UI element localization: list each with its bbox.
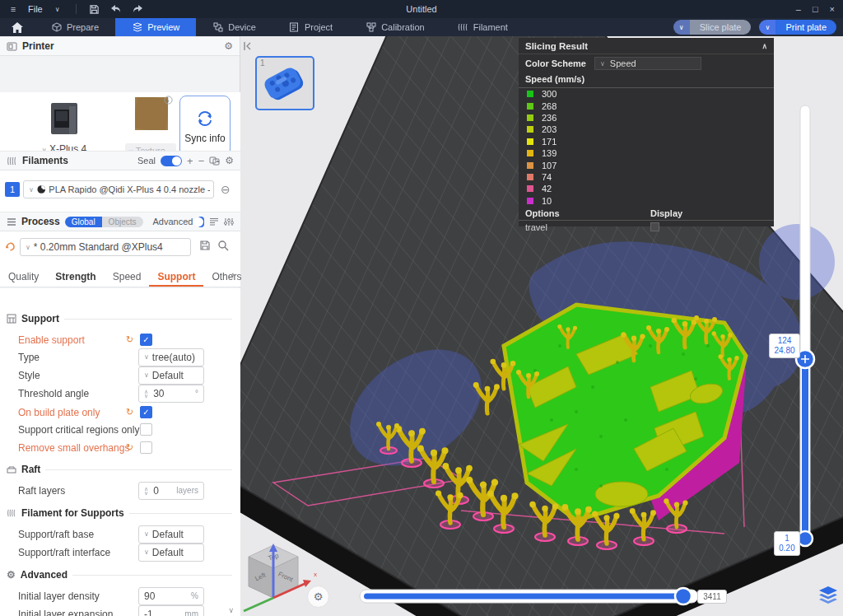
support-type-select[interactable]: ∨tree(auto) xyxy=(138,348,204,366)
layer-top-tooltip: 124 24.80 xyxy=(769,334,800,358)
tab-filament[interactable]: Filament xyxy=(441,18,524,36)
raft-layers-row: Raft layers ∧∨ 0 layers xyxy=(0,482,240,499)
slice-dropdown-icon[interactable]: ∨ xyxy=(673,20,690,35)
revert-icon[interactable]: ↻ xyxy=(126,408,133,417)
plate-thumbnail[interactable]: 1 xyxy=(255,56,314,110)
filament-card: 1 ∨ PLA Rapido @Qidi X-Plus 4 0.4 nozzle… xyxy=(0,170,240,212)
initial-layer-expansion-input[interactable]: -1mm xyxy=(138,605,204,616)
support-raft-interface-select[interactable]: ∨Default xyxy=(138,544,204,562)
print-plate-button[interactable]: ∨ Print plate xyxy=(759,20,836,35)
tab-others[interactable]: Others xyxy=(203,271,249,282)
undo-icon[interactable] xyxy=(109,3,123,15)
scroll-down-icon[interactable]: ∨ xyxy=(228,606,234,614)
enable-support-checkbox[interactable]: ✓ xyxy=(140,334,152,346)
legend-swatch xyxy=(527,162,533,169)
legend-item: 236 xyxy=(519,112,774,124)
color-scheme-select[interactable]: ∨ Speed xyxy=(594,57,701,70)
raft-section-header: Raft xyxy=(7,464,232,475)
initial-layer-density-input[interactable]: 90% xyxy=(138,587,204,605)
critical-regions-checkbox[interactable] xyxy=(140,423,152,436)
print-dropdown-icon[interactable]: ∨ xyxy=(759,20,775,35)
chevron-down-icon[interactable]: ∨ xyxy=(51,3,64,15)
revert-icon[interactable]: ↻ xyxy=(126,335,133,344)
sync-refresh-icon xyxy=(196,111,214,126)
spinner-arrows[interactable]: ∧∨ xyxy=(144,390,148,398)
plate-settings-button[interactable]: ⚙ xyxy=(307,586,329,608)
filament-preset-select[interactable]: ∨ PLA Rapido @Qidi X-Plus 4 0.4 nozzle -… xyxy=(23,180,214,198)
raft-section-icon xyxy=(7,465,16,474)
scroll-up-icon[interactable]: ∧ xyxy=(230,271,235,279)
plate-texture-thumb[interactable] xyxy=(130,97,173,143)
tab-speed[interactable]: Speed xyxy=(105,271,150,282)
scope-objects-button[interactable]: Objects xyxy=(102,217,143,227)
hamburger-menu-icon[interactable]: ≡ xyxy=(7,3,20,15)
filament-supports-header: Filament for Supports xyxy=(7,507,232,519)
tab-support[interactable]: Support xyxy=(149,267,203,287)
legend-item: 107 xyxy=(519,159,774,170)
revert-icon[interactable]: ↻ xyxy=(126,443,133,452)
redo-icon[interactable] xyxy=(131,3,144,15)
legend-swatch xyxy=(527,138,533,145)
tab-strength[interactable]: Strength xyxy=(47,271,104,282)
printer-image[interactable] xyxy=(5,96,123,143)
process-preset-select[interactable]: ∨* 0.20mm Standard @XPlus4 xyxy=(20,238,191,256)
raft-layers-input[interactable]: ∧∨ 0 layers xyxy=(138,482,204,500)
tab-project[interactable]: Project xyxy=(272,18,349,36)
filament-swap-icon[interactable] xyxy=(209,156,220,166)
advanced-toggle[interactable] xyxy=(198,217,204,227)
support-raft-base-select[interactable]: ∨Default xyxy=(138,525,204,544)
texture-info-icon[interactable] xyxy=(164,96,173,105)
calibration-icon xyxy=(366,22,376,33)
tab-calibration[interactable]: Calibration xyxy=(349,18,441,36)
scope-global-button[interactable]: Global xyxy=(65,217,102,227)
slicing-result-title: Slicing Result xyxy=(525,41,588,51)
tab-preview[interactable]: Preview xyxy=(115,18,196,36)
support-raft-base-row: Support/raft base ∨Default xyxy=(0,525,240,543)
seal-toggle[interactable] xyxy=(161,156,182,166)
tab-device[interactable]: Device xyxy=(196,18,272,36)
remove-overhangs-row: Remove small overhangs ↻ xyxy=(0,439,240,456)
tab-prepare[interactable]: Prepare xyxy=(35,18,115,36)
legend-item: 74 xyxy=(519,171,774,183)
support-raft-interface-row: Support/raft interface ∨Default xyxy=(0,544,240,561)
remove-overhangs-checkbox[interactable] xyxy=(140,441,152,454)
step-slider[interactable] xyxy=(360,588,698,604)
threshold-angle-input[interactable]: ∧∨ 30 ° xyxy=(138,385,204,403)
tab-quality[interactable]: Quality xyxy=(0,271,47,282)
printer-settings-gear-icon[interactable]: ⚙ xyxy=(224,41,233,51)
file-menu[interactable]: File xyxy=(28,4,43,14)
add-filament-button[interactable]: + xyxy=(187,156,193,166)
filament-slot-badge[interactable]: 1 xyxy=(5,182,20,197)
plate-number: 1 xyxy=(260,58,265,68)
spinner-arrows[interactable]: ∧∨ xyxy=(144,487,148,495)
settings-scroll-area[interactable]: Support Enable support ↻ ✓ Type ∨tree(au… xyxy=(0,288,240,616)
filaments-header: Filaments Seal + − ⚙ xyxy=(0,151,240,170)
support-section-icon xyxy=(7,314,16,324)
close-button[interactable]: × xyxy=(830,4,835,14)
device-icon xyxy=(212,22,223,33)
collapse-filament-button[interactable]: ⊖ xyxy=(221,183,231,196)
tune-icon[interactable] xyxy=(224,217,234,226)
save-preset-icon[interactable] xyxy=(199,240,211,251)
reset-process-icon[interactable] xyxy=(5,241,16,252)
legend-swatch xyxy=(527,103,533,110)
remove-filament-button[interactable]: − xyxy=(198,156,205,166)
legend-swatch xyxy=(527,150,533,156)
home-button[interactable] xyxy=(0,18,35,36)
layers-view-icon[interactable] xyxy=(818,586,838,604)
on-build-plate-checkbox[interactable]: ✓ xyxy=(140,406,152,418)
travel-checkbox[interactable] xyxy=(650,222,659,231)
collapse-panel-icon[interactable]: ∧ xyxy=(761,42,767,50)
view-list-icon[interactable] xyxy=(209,217,219,226)
support-style-select[interactable]: ∨Default xyxy=(138,366,204,385)
on-build-plate-row: On build plate only ↻ ✓ xyxy=(0,404,240,421)
collapse-sidebar-icon[interactable] xyxy=(241,40,253,52)
minimize-button[interactable]: – xyxy=(796,4,801,14)
slice-plate-button[interactable]: ∨ Slice plate xyxy=(673,20,752,35)
maximize-button[interactable]: □ xyxy=(813,4,818,14)
search-preset-icon[interactable] xyxy=(217,240,229,251)
legend-item: 10 xyxy=(519,195,774,207)
filament-settings-gear-icon[interactable]: ⚙ xyxy=(225,156,234,166)
save-icon[interactable] xyxy=(88,3,101,15)
threshold-angle-row: Threshold angle ∧∨ 30 ° xyxy=(0,385,240,402)
